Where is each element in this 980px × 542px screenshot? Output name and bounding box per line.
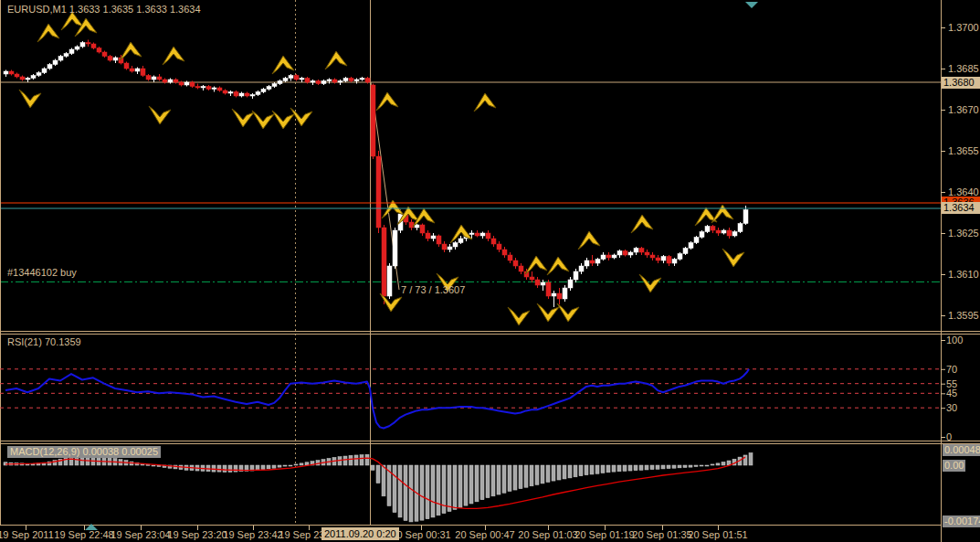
price-tick-label: 1.3685 bbox=[948, 63, 979, 75]
price-tick-label: 1.3700 bbox=[948, 22, 979, 34]
time-tick-label: 20 Sep 01:03 bbox=[518, 529, 577, 541]
time-cursor-badge: 2011.09.20 0:20 bbox=[321, 527, 399, 540]
mt4-chart-window: EURUSD,M1 1.3633 1.3635 1.3633 1.3634 #1… bbox=[0, 0, 980, 542]
price-tick-label: 1.3670 bbox=[948, 104, 979, 116]
last-price-badge: 1.3634 bbox=[942, 202, 980, 214]
time-tick-label: 19 Sep 23:42 bbox=[223, 529, 282, 541]
time-tick-label: 20 Sep 01:51 bbox=[688, 529, 747, 541]
time-tick-label: 20 Sep 01:35 bbox=[632, 529, 691, 541]
price-tick-label: 1.3625 bbox=[948, 228, 979, 239]
rsi-tick-label: 30 bbox=[946, 402, 957, 414]
macd-tick-label: 0.00 bbox=[943, 460, 965, 472]
rsi-tick-label: 100 bbox=[946, 335, 963, 346]
price-tick-label: 1.3610 bbox=[948, 269, 979, 281]
macd-tick-label: 0.00048 bbox=[943, 444, 980, 456]
time-tick-label: 19 Sep 23:20 bbox=[167, 529, 227, 541]
rsi-indicator-label: RSI(21) 70.1359 bbox=[7, 336, 81, 348]
time-tick-label: 20 Sep 00:31 bbox=[391, 529, 450, 541]
chart-canvas[interactable] bbox=[0, 0, 980, 542]
time-tick-label: 20 Sep 01:19 bbox=[574, 529, 634, 541]
time-tick-label: 20 Sep 00:47 bbox=[455, 529, 514, 541]
rsi-tick-label: 45 bbox=[946, 388, 957, 399]
chart-title: EURUSD,M1 1.3633 1.3635 1.3633 1.3634 bbox=[7, 4, 201, 16]
level-price-badge: 1.3680 bbox=[942, 77, 980, 89]
order-line-label: #13446102 buy bbox=[7, 267, 77, 279]
rsi-tick-label: 0 bbox=[946, 431, 952, 443]
macd-indicator-label[interactable]: MACD(12,26,9) 0.00038 0.00025 bbox=[7, 446, 161, 458]
time-tick-label: 19 Sep 22:48 bbox=[54, 529, 113, 541]
time-tick-label: 19 Sep 23:04 bbox=[111, 529, 170, 541]
trade-annotation: 7 / 73 / 1.3607 bbox=[401, 284, 465, 296]
rsi-tick-label: 70 bbox=[946, 364, 957, 376]
macd-tick-label: -0.00174 bbox=[943, 515, 980, 527]
price-tick-label: 1.3595 bbox=[948, 310, 979, 322]
time-tick-label: 19 Sep 2011 bbox=[0, 529, 54, 541]
price-tick-label: 1.3655 bbox=[948, 145, 979, 157]
